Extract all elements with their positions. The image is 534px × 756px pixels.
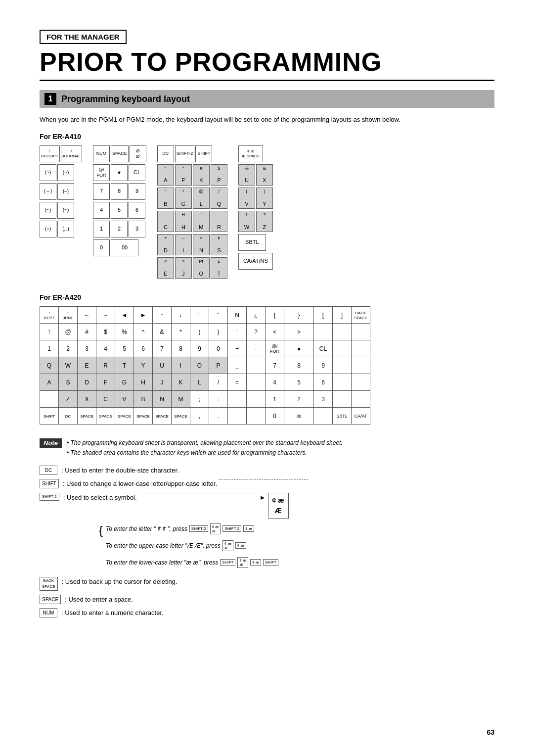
k-n7: 7 — [153, 340, 172, 357]
key-3: 3 — [129, 221, 145, 237]
shift2-desc: : Used to select a symbol. — [63, 493, 137, 503]
key-shift: SHIFT — [195, 145, 212, 162]
era410-mid-row5: 1 2 3 — [93, 221, 147, 237]
k-d: D — [78, 374, 96, 391]
era410-mid-row1: NUM SPACE ØØ — [93, 145, 147, 162]
era420-keyboard: ↑RCPT ↑JRNL ← → ◄ ► ↑ ↓ " " Ñ ¿ { } [ ] … — [40, 306, 370, 425]
legend-back: BACKSPACE : Used to back up the cursor f… — [40, 577, 494, 591]
key-d: +D — [157, 234, 174, 255]
era410-far-row2: %U &X — [238, 164, 274, 186]
note-label: Note — [40, 438, 62, 448]
k-p3: 3 — [314, 391, 333, 408]
k-rbracket: ] — [333, 307, 352, 324]
k-dollar: $ — [96, 324, 115, 340]
era420-row7: SHIFT DC SPACE SPACE SPACE SPACE SPACE S… — [40, 408, 370, 425]
k-empty19 — [314, 408, 333, 425]
k-empty5 — [352, 340, 370, 357]
era410-far-row5: SBTL — [238, 234, 274, 251]
key-g: *G — [175, 188, 192, 209]
key-a: "A — [157, 164, 174, 186]
key-6: 6 — [129, 202, 145, 219]
k-e: E — [78, 357, 96, 374]
key-feed1: (~) — [40, 164, 56, 181]
press-line3: To enter the lower-case letter "æ æ", pr… — [106, 557, 278, 568]
space-key: SPACE — [40, 595, 61, 604]
key-i: –I — [175, 234, 192, 255]
key-z: ?Z — [256, 211, 273, 232]
dc-key: DC — [40, 466, 57, 475]
page-number: 63 — [487, 728, 494, 736]
k-equals: = — [228, 374, 247, 391]
k-empty15 — [333, 391, 352, 408]
k-sp4: SPACE — [134, 408, 153, 425]
era410-row3: (↔) (–) — [40, 183, 83, 200]
key-w: !W — [238, 211, 255, 232]
back-key: BACKSPACE — [40, 577, 58, 591]
for-manager-text: FOR THE MANAGER — [46, 33, 120, 41]
k-p00: 00 — [284, 408, 314, 425]
note-content: • The programming keyboard sheet is tran… — [67, 438, 343, 457]
k-n5: 5 — [115, 340, 134, 357]
era410-row1: ↑RECEIPT ↑JOURNAL — [40, 145, 83, 162]
k-dquote: " — [190, 307, 209, 324]
k-y: Y — [134, 357, 153, 374]
k-p6: 6 — [314, 374, 333, 391]
k-tri-left: ◄ — [115, 307, 134, 324]
k-empty16 — [352, 391, 370, 408]
k-p7: 7 — [266, 357, 284, 374]
era420-row1: ↑RCPT ↑JRNL ← → ◄ ► ↑ ↓ " " Ñ ¿ { } [ ] … — [40, 307, 370, 324]
key-shift-press2: SHIFT — [263, 559, 278, 566]
key-f: "F — [175, 164, 192, 186]
key-v: (V — [238, 188, 255, 209]
k-colon: : — [209, 391, 228, 408]
section-number: 1 — [44, 93, 56, 105]
key-receipt: ↑RECEIPT — [40, 145, 60, 162]
k-n1: 1 — [40, 340, 59, 357]
key-at-for: @/FOR — [93, 164, 110, 181]
key-0: 0 — [93, 239, 110, 256]
key-cae2: ¢ æ — [243, 525, 254, 532]
key-feed7: (○) — [40, 221, 56, 237]
k-backspace: BACKSPACE — [352, 307, 370, 324]
era420-section: For ER-A420 ↑RCPT ↑JRNL ← → ◄ ► ↑ ↓ " " … — [40, 293, 494, 425]
key-feed4: (–) — [57, 183, 74, 200]
k-empty14 — [247, 391, 266, 408]
k-down: ↓ — [172, 307, 190, 324]
k-sp1: SPACE — [78, 408, 96, 425]
k-l: L — [190, 374, 209, 391]
key-j: >J — [175, 257, 192, 279]
section-title: Programming keyboard layout — [61, 94, 190, 104]
key-t: £T — [211, 257, 227, 279]
k-empty6 — [247, 357, 266, 374]
k-up: ↑ — [153, 307, 172, 324]
char-cent-ae: ¢ æÆ — [268, 493, 289, 519]
k-at-for2: @/FOR — [266, 340, 284, 357]
key-c: :C — [157, 211, 174, 232]
k-comma-b: , — [190, 408, 209, 425]
k-p1: 1 — [266, 391, 284, 408]
legend-space: SPACE : Used to enter a space. — [40, 595, 494, 605]
k-rdquote: " — [209, 307, 228, 324]
era420-title: For ER-A420 — [40, 293, 494, 301]
k-ntilde: Ñ — [228, 307, 247, 324]
key-feed2: (~) — [57, 164, 74, 181]
era410-row4: (~) (~) — [40, 202, 83, 219]
k-comma2: ' — [228, 324, 247, 340]
k-empty8 — [352, 357, 370, 374]
k-gt: > — [284, 324, 314, 340]
k-lt: < — [266, 324, 284, 340]
key-m: 'M — [193, 211, 210, 232]
k-r: R — [96, 357, 115, 374]
k-a: A — [40, 374, 59, 391]
era410-alpha-left: DC SHIFT-2 SHIFT "A "F #K $P 'B *G @L /Q… — [157, 145, 228, 280]
section-header: 1 Programming keyboard layout — [40, 90, 494, 108]
k-caat: CA/AT — [352, 408, 370, 425]
k-n9: 9 — [190, 340, 209, 357]
key-cl: CL — [129, 164, 145, 181]
press-line2: To enter the upper-case letter "Æ Æ", pr… — [106, 540, 278, 551]
space-desc: : Used to enter a space. — [65, 595, 133, 605]
key-q: /Q — [211, 188, 227, 209]
k-h: H — [134, 374, 153, 391]
k-journal2: ↑JRNL — [59, 307, 78, 324]
era410-far-row1: ¢ æÆ SPACE — [238, 145, 274, 162]
